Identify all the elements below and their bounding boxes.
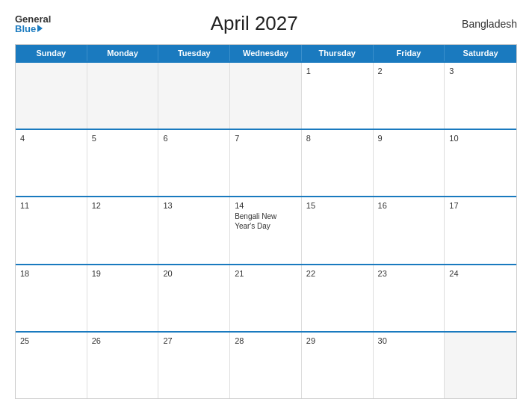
day-number: 9 <box>378 134 440 143</box>
day-number: 27 <box>163 336 225 345</box>
day-number: 25 <box>20 336 82 345</box>
cal-cell <box>158 63 230 129</box>
cal-cell: 11 <box>16 197 87 263</box>
day-number: 15 <box>306 201 368 210</box>
cal-cell: 27 <box>158 333 230 398</box>
day-number: 3 <box>449 67 512 75</box>
cal-cell: 9 <box>374 130 445 196</box>
col-sunday: Sunday <box>16 45 87 61</box>
calendar-week-4: 18192021222324 <box>16 264 516 331</box>
day-number: 5 <box>92 134 154 143</box>
day-number: 24 <box>449 269 512 278</box>
holiday-label: Bengali New Year's Day <box>235 211 297 231</box>
cal-cell <box>230 63 302 129</box>
cal-cell: 4 <box>16 130 87 196</box>
day-number: 14 <box>235 201 297 210</box>
calendar: Sunday Monday Tuesday Wednesday Thursday… <box>15 44 517 399</box>
cal-cell: 29 <box>302 333 374 398</box>
cal-cell <box>445 333 516 398</box>
day-number: 11 <box>20 201 82 210</box>
calendar-week-5: 252627282930 <box>16 331 516 398</box>
cal-cell: 12 <box>87 197 159 263</box>
day-number: 1 <box>306 67 368 75</box>
day-number: 28 <box>235 336 297 345</box>
cal-cell: 17 <box>445 197 516 263</box>
cal-cell: 19 <box>87 265 159 331</box>
day-number: 16 <box>378 201 440 210</box>
cal-cell: 30 <box>374 333 445 398</box>
day-number: 7 <box>235 134 297 143</box>
cal-cell: 24 <box>445 265 516 331</box>
day-number: 30 <box>378 336 440 345</box>
logo-triangle-icon <box>37 25 43 32</box>
cal-cell: 25 <box>16 333 87 398</box>
day-number: 6 <box>163 134 225 143</box>
day-number: 19 <box>92 269 154 278</box>
day-number: 13 <box>163 201 225 210</box>
day-number: 4 <box>20 134 82 143</box>
cal-cell: 1 <box>302 63 374 129</box>
country-label: Bangladesh <box>457 18 517 30</box>
logo: General Blue <box>15 14 51 34</box>
calendar-header: Sunday Monday Tuesday Wednesday Thursday… <box>16 45 516 61</box>
day-number: 8 <box>306 134 368 143</box>
cal-cell: 7 <box>230 130 302 196</box>
col-thursday: Thursday <box>302 45 374 61</box>
col-monday: Monday <box>87 45 159 61</box>
cal-cell: 3 <box>445 63 516 129</box>
calendar-week-2: 45678910 <box>16 129 516 196</box>
logo-general-text: General <box>15 14 51 24</box>
cal-cell: 16 <box>374 197 445 263</box>
day-number: 18 <box>20 269 82 278</box>
day-number: 17 <box>449 201 512 210</box>
day-number: 20 <box>163 269 225 278</box>
calendar-body: 1234567891011121314Bengali New Year's Da… <box>16 61 516 398</box>
cal-cell: 2 <box>374 63 445 129</box>
cal-cell <box>87 63 159 129</box>
cal-cell <box>16 63 87 129</box>
col-wednesday: Wednesday <box>230 45 302 61</box>
month-title: April 2027 <box>51 12 457 35</box>
cal-cell: 6 <box>158 130 230 196</box>
cal-cell: 8 <box>302 130 374 196</box>
col-friday: Friday <box>374 45 445 61</box>
day-number: 12 <box>92 201 154 210</box>
cal-cell: 10 <box>445 130 516 196</box>
cal-cell: 26 <box>87 333 159 398</box>
cal-cell: 15 <box>302 197 374 263</box>
day-number: 23 <box>378 269 440 278</box>
calendar-week-3: 11121314Bengali New Year's Day151617 <box>16 196 516 263</box>
cal-cell: 5 <box>87 130 159 196</box>
cal-cell: 14Bengali New Year's Day <box>230 197 302 263</box>
cal-cell: 22 <box>302 265 374 331</box>
cal-cell: 23 <box>374 265 445 331</box>
calendar-page: General Blue April 2027 Bangladesh Sunda… <box>0 0 532 411</box>
col-tuesday: Tuesday <box>158 45 230 61</box>
cal-cell: 13 <box>158 197 230 263</box>
day-number: 2 <box>378 67 440 75</box>
day-number: 26 <box>92 336 154 345</box>
day-number: 22 <box>306 269 368 278</box>
cal-cell: 20 <box>158 265 230 331</box>
cal-cell: 21 <box>230 265 302 331</box>
header: General Blue April 2027 Bangladesh <box>15 12 517 35</box>
cal-cell: 28 <box>230 333 302 398</box>
calendar-week-1: 123 <box>16 61 516 129</box>
day-number: 10 <box>449 134 512 143</box>
day-number: 21 <box>235 269 297 278</box>
col-saturday: Saturday <box>445 45 516 61</box>
day-number: 29 <box>306 336 368 345</box>
logo-blue-text: Blue <box>15 24 43 34</box>
cal-cell: 18 <box>16 265 87 331</box>
